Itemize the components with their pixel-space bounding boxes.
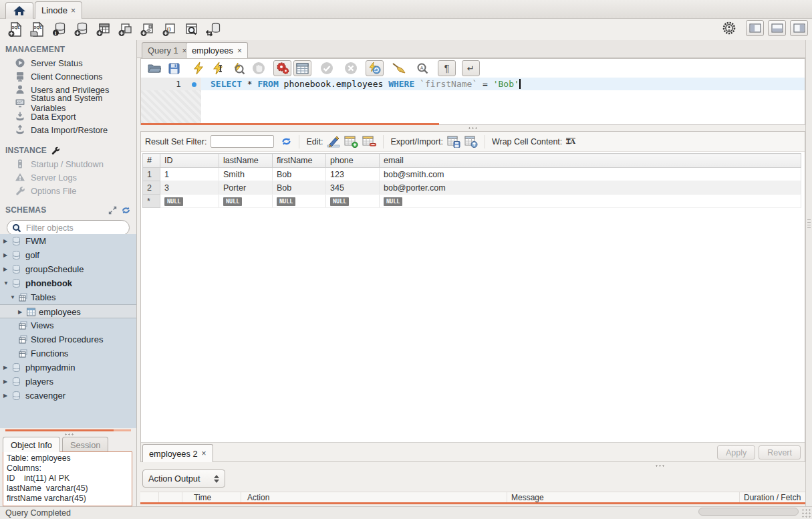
- null-cell[interactable]: NULL: [273, 195, 326, 208]
- open-script-button[interactable]: [145, 60, 163, 76]
- inspect-database-button[interactable]: i: [48, 20, 70, 39]
- delete-row-icon[interactable]: [362, 136, 376, 148]
- explain-button[interactable]: [229, 60, 247, 76]
- output-col-time[interactable]: Time: [194, 493, 211, 502]
- window-resize-grip[interactable]: [801, 508, 811, 518]
- output-col-action[interactable]: Action: [247, 493, 269, 502]
- output-splitter-handle[interactable]: [655, 464, 666, 468]
- commit-button[interactable]: [317, 60, 335, 76]
- refresh-result-icon[interactable]: [281, 136, 292, 146]
- chevron-right-icon[interactable]: ▶: [3, 379, 7, 385]
- tab-session[interactable]: Session: [62, 437, 109, 452]
- revert-button[interactable]: Revert: [759, 445, 801, 459]
- tree-item-schema[interactable]: ▶ FWM: [0, 234, 136, 248]
- chevron-down-icon[interactable]: ▼: [3, 280, 9, 286]
- toggle-right-panel-button[interactable]: [790, 20, 808, 36]
- chevron-right-icon[interactable]: ▶: [3, 393, 7, 399]
- save-script-button[interactable]: [165, 60, 183, 76]
- tree-item-schema[interactable]: ▶ phpmyadmin: [0, 360, 136, 375]
- tree-item-views[interactable]: Views: [0, 318, 136, 332]
- output-col-duration[interactable]: Duration / Fetch: [744, 493, 801, 502]
- editor-result-splitter-handle[interactable]: [468, 126, 479, 130]
- right-panel-grip[interactable]: [807, 219, 811, 230]
- create-schema-button[interactable]: [70, 20, 92, 39]
- create-procedure-button[interactable]: [136, 20, 158, 39]
- sidebar-item-server-status[interactable]: Server Status: [0, 56, 136, 70]
- output-col-message[interactable]: Message: [511, 493, 544, 502]
- limit-rows-button[interactable]: [293, 60, 311, 76]
- toggle-bottom-panel-button[interactable]: [768, 20, 786, 36]
- cell[interactable]: bob@smith.com: [380, 168, 801, 181]
- cell[interactable]: Bob: [273, 181, 326, 195]
- table-row[interactable]: 2 3 Porter Bob 345 bob@porter.com: [143, 181, 801, 195]
- chevron-right-icon[interactable]: ▶: [3, 266, 7, 272]
- import-recordset-icon[interactable]: [464, 136, 478, 148]
- horizontal-scrollbar-thumb[interactable]: [698, 508, 799, 516]
- cell[interactable]: Porter: [219, 181, 273, 195]
- toggle-left-panel-button[interactable]: [746, 20, 764, 36]
- close-icon[interactable]: ×: [71, 7, 76, 15]
- sidebar-item-client-connections[interactable]: Client Connections: [0, 70, 136, 83]
- clear-query-button[interactable]: [390, 60, 408, 76]
- tab-object-info[interactable]: Object Info: [3, 437, 60, 452]
- new-sql-tab-button[interactable]: SQL: [4, 20, 26, 39]
- create-table-button[interactable]: [92, 20, 114, 39]
- tree-item-tables[interactable]: ▼ Tables: [0, 290, 136, 304]
- toggle-stop-on-error-button[interactable]: [273, 60, 291, 76]
- col-header-num[interactable]: #: [143, 154, 160, 168]
- null-cell[interactable]: NULL: [160, 195, 219, 208]
- wrap-cell-content-icon[interactable]: ꞮA: [566, 138, 575, 145]
- tree-item-schema-phonebook[interactable]: ▼ phonebook: [0, 276, 136, 290]
- sidebar-item-startup-shutdown[interactable]: Startup / Shutdown: [0, 157, 136, 171]
- chevron-right-icon[interactable]: ▶: [18, 309, 22, 315]
- null-cell[interactable]: NULL: [380, 195, 801, 208]
- table-row[interactable]: 1 1 Smith Bob 123 bob@smith.com: [143, 168, 801, 181]
- sidebar-item-server-logs[interactable]: Server Logs: [0, 171, 136, 184]
- null-cell[interactable]: NULL: [326, 195, 380, 208]
- col-header-id[interactable]: ID: [160, 154, 219, 168]
- col-header-phone[interactable]: phone: [326, 154, 380, 168]
- reconnect-dbms-button[interactable]: [202, 20, 225, 39]
- apply-button[interactable]: Apply: [717, 445, 755, 459]
- null-cell[interactable]: NULL: [219, 195, 273, 208]
- cell[interactable]: Bob: [273, 168, 326, 181]
- col-header-email[interactable]: email: [380, 154, 801, 168]
- schema-filter[interactable]: [7, 220, 130, 235]
- tree-item-schema[interactable]: ▶ groupSchedule: [0, 262, 136, 276]
- stop-button[interactable]: [249, 60, 267, 76]
- sidebar-item-status-system-variables[interactable]: Status and System Variables: [0, 96, 136, 110]
- close-icon[interactable]: ×: [237, 47, 242, 55]
- refresh-schemas-icon[interactable]: [121, 206, 131, 215]
- expand-panel-icon[interactable]: [108, 206, 117, 215]
- home-tab[interactable]: [5, 2, 33, 19]
- create-function-button[interactable]: (): [158, 20, 180, 39]
- execute-button[interactable]: [189, 60, 207, 76]
- result-filter-input[interactable]: [211, 135, 274, 148]
- connection-tab[interactable]: Linode ×: [35, 1, 82, 19]
- search-table-data-button[interactable]: [180, 20, 202, 39]
- sidebar-item-options-file[interactable]: Options File: [0, 184, 136, 197]
- sql-line[interactable]: SELECT * FROM phonebook.employees WHERE …: [201, 78, 805, 90]
- rollback-button[interactable]: [342, 60, 360, 76]
- show-invisibles-button[interactable]: ¶: [438, 60, 456, 76]
- schema-filter-input[interactable]: [25, 223, 118, 233]
- cell[interactable]: Smith: [219, 168, 273, 181]
- code-area[interactable]: 1 SELECT * FROM phonebook.employees WHER…: [141, 78, 805, 123]
- create-view-button[interactable]: [114, 20, 136, 39]
- chevron-right-icon[interactable]: ▶: [3, 365, 7, 371]
- cell[interactable]: 345: [326, 181, 380, 195]
- open-sql-script-button[interactable]: SQL: [26, 20, 48, 39]
- chevron-down-icon[interactable]: ▼: [10, 294, 15, 300]
- tree-item-schema[interactable]: ▶ scavenger: [0, 389, 136, 403]
- sidebar-item-data-import[interactable]: Data Import/Restore: [0, 123, 136, 136]
- output-selector[interactable]: Action Output: [142, 470, 225, 488]
- col-header-lastname[interactable]: lastName: [219, 154, 273, 168]
- new-row-placeholder[interactable]: * NULL NULL NULL NULL NULL: [143, 195, 801, 208]
- tree-item-schema[interactable]: ▶ golf: [0, 248, 136, 262]
- col-header-firstname[interactable]: firstName: [273, 154, 326, 168]
- find-button[interactable]: A: [414, 60, 432, 76]
- tab-employees[interactable]: employees ×: [186, 42, 248, 58]
- cell[interactable]: 1: [160, 168, 219, 181]
- export-recordset-icon[interactable]: [447, 136, 460, 148]
- insert-row-icon[interactable]: [344, 136, 358, 148]
